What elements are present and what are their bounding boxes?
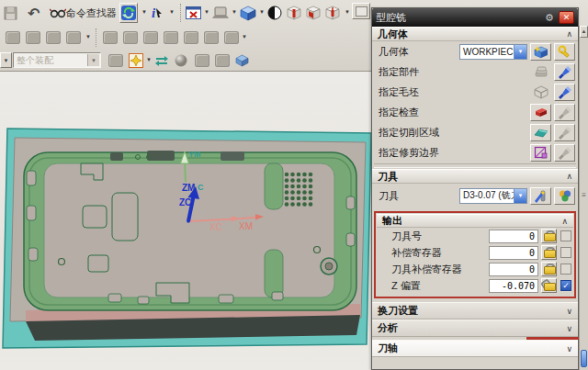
find-component-icon[interactable] bbox=[108, 52, 123, 69]
cut-operation-icon[interactable] bbox=[123, 28, 138, 48]
operation-dropdown-arrow[interactable]: ▼ bbox=[241, 34, 248, 39]
geometry-combo-value: WORKPIECE bbox=[463, 47, 519, 57]
geometry-collapse-icon[interactable]: ∧ bbox=[566, 29, 572, 39]
scrollbar-up-arrow[interactable]: ▲ bbox=[580, 26, 588, 38]
tool-comp-register-checkbox[interactable] bbox=[560, 263, 571, 275]
tool-number-field[interactable] bbox=[489, 230, 538, 243]
display-mode-icon[interactable] bbox=[212, 3, 229, 23]
section-header-tool-change[interactable]: 换刀设置 ∨ bbox=[372, 302, 578, 320]
new-tool-button[interactable] bbox=[530, 187, 551, 205]
select-trim-flashlight-button[interactable] bbox=[554, 144, 575, 162]
dialog-options-gear-icon[interactable]: ⚙ bbox=[543, 12, 556, 24]
z-offset-field[interactable] bbox=[489, 279, 538, 293]
reverse-direction-icon[interactable] bbox=[154, 52, 169, 69]
create-program-icon[interactable] bbox=[6, 28, 20, 48]
section-header-geometry[interactable]: 几何体 ∧ bbox=[372, 27, 578, 41]
select-cut-area-flashlight-button[interactable] bbox=[554, 124, 575, 141]
comp-register-checkbox[interactable] bbox=[560, 247, 571, 258]
dialog-close-button[interactable]: ✕ bbox=[559, 11, 574, 24]
info-dropdown-arrow[interactable]: ▼ bbox=[168, 9, 175, 15]
isometric-view-cube-icon[interactable] bbox=[240, 3, 256, 23]
tool-combo[interactable]: D3-0.07 (铣刀- ▼ bbox=[459, 188, 527, 204]
geometry-combo[interactable]: WORKPIECE ▼ bbox=[459, 44, 527, 60]
select-check-flashlight-button[interactable] bbox=[554, 104, 575, 121]
edit-geometry-wrench-button[interactable] bbox=[554, 43, 575, 61]
vertical-scrollbar[interactable]: ▲ ≡ bbox=[579, 26, 588, 370]
dialog-title-bar[interactable]: 型腔铣 ⚙ ✕ bbox=[372, 8, 578, 27]
tool-change-expand-icon[interactable]: ∨ bbox=[566, 307, 572, 316]
part-geometry-icon[interactable] bbox=[530, 63, 551, 81]
sphere-display-icon[interactable] bbox=[175, 52, 187, 69]
fit-view-icon[interactable] bbox=[215, 52, 230, 69]
specify-cut-area-row: 指定切削区域 bbox=[372, 122, 578, 142]
undo-icon[interactable]: ↶ bbox=[28, 3, 40, 23]
comp-register-field[interactable] bbox=[489, 246, 538, 260]
display-dropdown-arrow[interactable]: ▼ bbox=[231, 9, 238, 15]
trim-boundary-button[interactable] bbox=[530, 144, 551, 162]
tool-number-lock-button[interactable] bbox=[541, 229, 557, 243]
lock-icon bbox=[544, 263, 554, 275]
panel-resize-grip[interactable]: ≡ bbox=[580, 191, 588, 199]
tool-axis-expand-icon[interactable]: ∨ bbox=[566, 344, 572, 353]
section-header-output[interactable]: 输出 ∧ bbox=[377, 214, 573, 228]
select-blank-flashlight-button[interactable] bbox=[554, 84, 575, 101]
blank-view-button[interactable] bbox=[352, 3, 370, 19]
selection-scope-arrow[interactable]: ▼ bbox=[87, 54, 99, 66]
section-view-icon-1[interactable] bbox=[287, 3, 302, 23]
edit-operation-icon[interactable] bbox=[103, 28, 118, 48]
create-geometry-icon[interactable] bbox=[46, 28, 61, 48]
view-dropdown-arrow[interactable]: ▼ bbox=[258, 9, 266, 15]
orient-view-icon[interactable] bbox=[195, 52, 209, 69]
window-close-view-icon[interactable] bbox=[186, 3, 201, 23]
command-finder-icon[interactable] bbox=[50, 3, 66, 23]
section-header-analysis[interactable]: 分析 ∨ bbox=[372, 320, 578, 337]
check-geometry-button[interactable] bbox=[530, 104, 551, 121]
create-tool-icon[interactable] bbox=[26, 28, 40, 48]
phone-shell-model[interactable] bbox=[24, 151, 356, 310]
tool-comp-register-field[interactable] bbox=[489, 263, 538, 276]
section-view-icon-3[interactable] bbox=[325, 3, 341, 23]
comp-register-label: 补偿寄存器 bbox=[391, 246, 489, 260]
cut-area-geometry-button[interactable] bbox=[530, 124, 551, 141]
tool-comp-register-lock-button[interactable] bbox=[541, 262, 557, 276]
new-geometry-button[interactable] bbox=[530, 43, 551, 61]
snap-dropdown-arrow[interactable]: ▼ bbox=[145, 57, 153, 62]
section-divider bbox=[374, 163, 576, 168]
selection-scope-value: 整个装配 bbox=[17, 54, 53, 67]
output-collapse-icon[interactable]: ∧ bbox=[561, 217, 568, 226]
create-dropdown-arrow[interactable]: ▼ bbox=[85, 34, 92, 39]
delete-operation-icon[interactable] bbox=[184, 28, 198, 48]
refresh-dropdown-arrow[interactable]: ▼ bbox=[141, 9, 148, 15]
selection-filter-dropdown[interactable]: ▼ bbox=[0, 52, 12, 68]
transform-operation-icon[interactable] bbox=[204, 28, 219, 48]
selection-scope-combo[interactable]: 整个装配 ▼ bbox=[13, 52, 101, 68]
comp-register-lock-button[interactable] bbox=[541, 245, 557, 260]
snap-point-icon[interactable] bbox=[129, 52, 143, 69]
scrollbar-thumb[interactable] bbox=[581, 350, 587, 367]
paste-operation-icon[interactable] bbox=[164, 28, 178, 48]
refresh-icon[interactable] bbox=[119, 3, 138, 23]
select-part-flashlight-button[interactable] bbox=[554, 63, 575, 81]
blank-geometry-icon[interactable] bbox=[530, 84, 551, 101]
command-finder-label[interactable]: 命令查找器 bbox=[66, 3, 117, 23]
wireframe-mode-icon[interactable] bbox=[235, 52, 249, 69]
info-cursor-icon[interactable]: i bbox=[152, 3, 163, 23]
section-dropdown-arrow[interactable]: ▼ bbox=[344, 9, 351, 15]
show-operation-icon[interactable] bbox=[224, 28, 239, 48]
copy-operation-icon[interactable] bbox=[143, 28, 158, 48]
create-method-icon[interactable] bbox=[66, 28, 81, 48]
tool-number-checkbox[interactable] bbox=[560, 230, 571, 241]
tool-collapse-icon[interactable]: ∧ bbox=[566, 172, 572, 181]
section-header-tool-axis[interactable]: 刀轴 ∨ bbox=[372, 340, 578, 357]
tool-library-button[interactable] bbox=[554, 187, 575, 205]
z-offset-checkbox[interactable]: ✓ bbox=[560, 280, 571, 291]
shaded-display-icon[interactable] bbox=[267, 3, 282, 23]
save-icon[interactable] bbox=[4, 3, 17, 23]
section-header-tool[interactable]: 刀具 ∧ bbox=[372, 169, 578, 184]
geometry-combo-arrow[interactable]: ▼ bbox=[514, 45, 526, 59]
analysis-expand-icon[interactable]: ∨ bbox=[566, 324, 572, 333]
z-offset-lock-button[interactable] bbox=[541, 278, 557, 293]
tool-combo-arrow[interactable]: ▼ bbox=[514, 189, 526, 203]
window-dropdown-arrow[interactable]: ▼ bbox=[203, 9, 210, 15]
section-view-icon-2[interactable] bbox=[306, 3, 322, 23]
